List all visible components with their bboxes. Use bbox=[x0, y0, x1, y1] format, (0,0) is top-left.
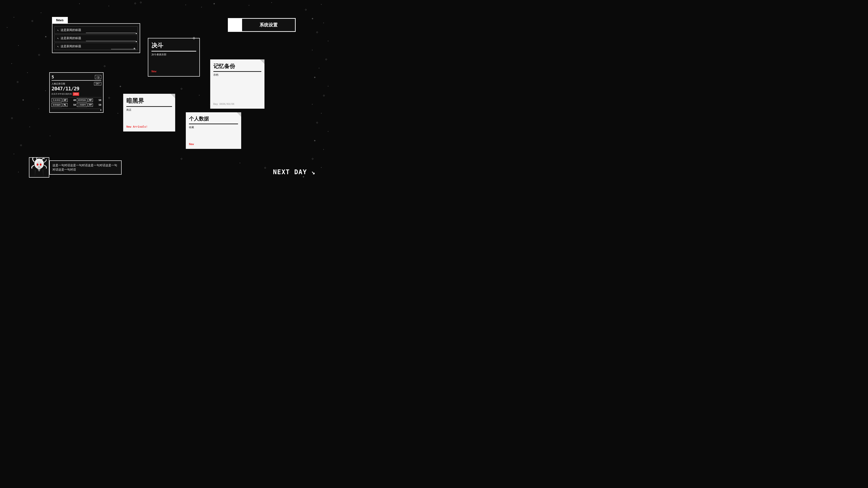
stat-hp-name: 生命体征 bbox=[52, 98, 62, 102]
date-value: 2047/11/29 bbox=[52, 86, 101, 92]
stat-pp: 人格极性 PP 50 bbox=[77, 103, 101, 107]
svg-point-7 bbox=[40, 164, 41, 165]
duel-panel[interactable]: 决斗 决斗者俱乐部 New bbox=[148, 38, 200, 76]
date-label: 人格记录日期 bbox=[52, 82, 65, 86]
news-item-1[interactable]: ↖ 这是新闻的标题 bbox=[54, 26, 138, 34]
stat-mp-name: 精神指标 bbox=[77, 98, 87, 102]
stat-ml-val: 50 bbox=[73, 104, 76, 106]
stat-hp-abbr: HP bbox=[63, 98, 68, 102]
shop-subtitle: 商店 bbox=[126, 108, 172, 111]
news-arrow-1: ↖ bbox=[57, 29, 59, 32]
stat-mp-val: 50 bbox=[98, 99, 101, 101]
stat-ml-abbr: ML bbox=[63, 103, 68, 107]
stat-hp-val: 40 bbox=[73, 99, 76, 101]
stat-pp-val: 50 bbox=[98, 104, 101, 106]
memory-subtitle: 存档 bbox=[213, 73, 261, 76]
news-body: ↖ 这是新闻的标题 ↖ 这是新闻的标题 ↖ 这是新闻的标题 bbox=[52, 23, 140, 53]
svg-point-6 bbox=[37, 164, 38, 165]
stat-mp-abbr: MP bbox=[88, 98, 93, 102]
news-panel: News ↖ 这是新闻的标题 ↖ 这是新闻的标题 ↖ 这是新闻的标题 bbox=[52, 17, 140, 53]
next-day-button[interactable]: NEXT DAY ↘ bbox=[273, 168, 315, 176]
personal-tag: New bbox=[189, 142, 238, 146]
divider-1 bbox=[52, 97, 101, 97]
stat-ml: 道德偏移 ML 50 bbox=[52, 103, 76, 107]
shop-panel[interactable]: 暗黑界 商店 New Arrivals! bbox=[123, 94, 175, 131]
day-badge: DAY bbox=[94, 82, 101, 86]
character-avatar bbox=[29, 157, 49, 177]
date-header: 人格记录日期 DAY bbox=[52, 82, 101, 86]
status-panel: 5 cp 人格记录日期 DAY 2047/11/29 距高手术申请日期尚有 24… bbox=[49, 72, 103, 113]
news-arrow-2: ↖ bbox=[57, 37, 59, 40]
news-item-2[interactable]: ↖ 这是新闻的标题 bbox=[54, 35, 138, 42]
news-arrow-3: ↖ bbox=[57, 45, 59, 48]
character-dialogue-panel: 这是一句对话这是一句对话这是一句对话这是一句对话这是一句对话 bbox=[29, 157, 122, 177]
memory-bar bbox=[213, 71, 261, 72]
surgery-text: 距高手术申请日期尚有 bbox=[52, 93, 72, 96]
memory-panel[interactable]: 记忆备份 存档 Day XXXX/XX/XX bbox=[210, 59, 265, 109]
news-tab-label[interactable]: News bbox=[52, 17, 68, 23]
duel-title: 决斗 bbox=[151, 41, 196, 50]
character-dialogue-text: 这是一句对话这是一句对话这是一句对话这是一句对话这是一句对话 bbox=[49, 160, 122, 175]
memory-title: 记忆备份 bbox=[213, 63, 261, 70]
cp-label: cp bbox=[95, 75, 101, 79]
settings-label: 系统设置 bbox=[242, 19, 295, 31]
news-title-3: 这是新闻的标题 bbox=[61, 44, 135, 48]
news-item-3[interactable]: ↖ 这是新闻的标题 bbox=[54, 43, 138, 50]
memory-tag: Day XXXX/XX/XX bbox=[213, 103, 261, 105]
personal-title: 个人数据 bbox=[189, 116, 238, 122]
cp-bar bbox=[52, 80, 101, 80]
cp-value: 5 bbox=[52, 74, 54, 79]
settings-panel[interactable]: 系统设置 bbox=[228, 18, 296, 32]
svg-point-3 bbox=[36, 161, 43, 169]
stat-ml-name: 道德偏移 bbox=[52, 103, 62, 107]
personal-subtitle: 收藏 bbox=[189, 126, 238, 129]
shop-title: 暗黑界 bbox=[126, 97, 172, 105]
news-title-1: 这是新闻的标题 bbox=[61, 28, 135, 32]
cp-row: 5 cp bbox=[52, 74, 101, 79]
stat-hp: 生命体征 HP 40 bbox=[52, 98, 76, 102]
shop-bar bbox=[126, 106, 172, 107]
surgery-days: 24日 bbox=[73, 92, 79, 96]
stats-grid: 生命体征 HP 40 精神指标 MP 50 道德偏移 ML 50 人格极性 PP… bbox=[52, 98, 101, 107]
news-title-2: 这是新闻的标题 bbox=[61, 36, 135, 40]
duel-bar bbox=[151, 51, 196, 52]
stat-mp: 精神指标 MP 50 bbox=[77, 98, 101, 102]
stat-pp-name: 人格极性 bbox=[77, 103, 87, 107]
shop-tag: New Arrivals! bbox=[126, 125, 172, 128]
settings-white-block bbox=[228, 19, 242, 31]
duel-subtitle: 决斗者俱乐部 bbox=[151, 53, 196, 56]
bottom-dot bbox=[100, 109, 101, 110]
duel-tag: New bbox=[151, 70, 196, 73]
personal-bar bbox=[189, 124, 238, 124]
stat-pp-abbr: PP bbox=[88, 103, 93, 107]
surgery-row: 距高手术申请日期尚有 24日 bbox=[52, 92, 101, 96]
personal-panel[interactable]: 个人数据 收藏 New bbox=[186, 112, 241, 149]
diamond-deco bbox=[193, 37, 195, 39]
